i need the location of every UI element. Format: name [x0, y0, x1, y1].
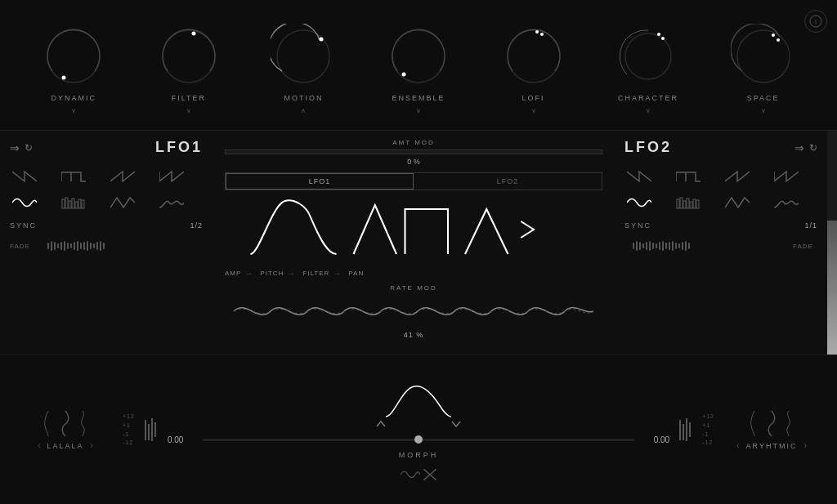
ensemble-label: ENSEMBLE	[392, 94, 445, 102]
svg-point-17	[772, 33, 775, 37]
lfo2-level-bar	[827, 131, 837, 355]
rate-mod-display	[225, 295, 602, 328]
motion-label: MOTION	[284, 94, 323, 102]
lfo2-saw-up-btn[interactable]	[723, 167, 752, 185]
right-preset-group: ‹ ARYHTMIC ›	[723, 409, 821, 450]
lfo2-sine-btn[interactable]	[624, 194, 654, 212]
lfo1-sine-btn[interactable]	[10, 194, 39, 212]
space-knob[interactable]	[731, 24, 796, 89]
lfo2-custom-btn[interactable]	[772, 194, 801, 212]
svg-rect-46	[683, 201, 686, 208]
lfo2-reverse-saw-btn[interactable]	[772, 167, 801, 185]
svg-point-9	[401, 73, 405, 77]
lfo2-step-btn[interactable]	[674, 194, 703, 212]
routing-amp[interactable]: AMP →	[225, 269, 253, 278]
svg-rect-52	[636, 241, 638, 251]
left-preset-shapes	[41, 409, 90, 438]
lfo2-saw-down-btn[interactable]	[624, 167, 654, 185]
left-preset-prev[interactable]: ‹	[38, 441, 40, 450]
morph-up-arrow[interactable]	[376, 419, 386, 429]
routing-pitch[interactable]: PITCH →	[260, 269, 296, 278]
left-minus1: -1	[123, 430, 129, 439]
filter-knob[interactable]	[156, 24, 222, 89]
routing-pan[interactable]: PAN	[348, 270, 364, 277]
lfo2-triangle-btn[interactable]	[723, 194, 752, 212]
left-shape-2	[58, 409, 73, 438]
amt-mod-bar[interactable]	[225, 149, 602, 154]
left-plus12: +12	[123, 413, 135, 421]
morph-thumb[interactable]	[414, 435, 423, 444]
lfo2-wave-shapes-row2	[624, 194, 817, 212]
svg-rect-64	[675, 243, 677, 249]
morph-track[interactable]	[203, 439, 634, 441]
morph-waveform	[369, 380, 468, 421]
right-minus12: -12	[702, 439, 713, 447]
lfo1-custom-btn[interactable]	[157, 194, 186, 212]
routing-amp-label: AMP	[225, 270, 241, 277]
lfo1-square-btn[interactable]	[59, 167, 88, 185]
lfo2-square-btn[interactable]	[674, 167, 703, 185]
svg-rect-31	[64, 241, 65, 251]
lfo1-saw-down-btn[interactable]	[10, 167, 39, 185]
right-preset-nav: ‹ ARYHTMIC ›	[736, 441, 807, 450]
right-preset-next[interactable]: ›	[803, 441, 806, 450]
lfo1-top-row: ⇒ ↻ LFO1	[10, 139, 203, 156]
space-knob-group: SPACE ∨	[731, 24, 796, 114]
lofi-knob-group: LOFI ∨	[501, 24, 566, 114]
svg-point-12	[540, 33, 544, 36]
right-preset-prev[interactable]: ‹	[736, 441, 739, 450]
svg-rect-76	[683, 424, 684, 440]
svg-rect-36	[80, 243, 82, 249]
lfo1-saw-up-btn[interactable]	[108, 167, 137, 185]
morph-down-arrow[interactable]	[451, 419, 461, 429]
svg-point-5	[191, 32, 195, 36]
lfo1-step-btn[interactable]	[59, 194, 88, 212]
rate-mod-section: RATE MOD 41 %	[225, 284, 602, 339]
morph-bottom-icons	[401, 469, 436, 480]
routing-filter[interactable]: FILTER →	[302, 269, 342, 278]
character-knob-group: CHARACTER ∨	[615, 24, 681, 114]
svg-rect-34	[74, 242, 75, 250]
tab-lfo1[interactable]: LFO1	[226, 173, 414, 190]
svg-rect-77	[686, 418, 687, 441]
tab-lfo2[interactable]: LFO2	[414, 173, 602, 190]
morph-cross-icon	[423, 469, 436, 480]
routing-pitch-label: PITCH	[260, 270, 284, 277]
dynamic-label: DYNAMIC	[51, 94, 97, 102]
character-chevron: ∨	[646, 107, 651, 114]
svg-rect-45	[680, 198, 683, 208]
lfo1-cycle-icon[interactable]: ↻	[25, 142, 33, 154]
routing-amp-arrow: →	[244, 269, 253, 278]
svg-rect-59	[659, 242, 660, 250]
lfo1-sync-value[interactable]: 1/2	[190, 221, 203, 230]
svg-point-2	[47, 30, 100, 83]
lfo1-triangle-btn[interactable]	[108, 194, 137, 212]
right-plus1: +1	[702, 421, 710, 430]
info-button[interactable]: i	[804, 10, 827, 33]
svg-rect-39	[90, 243, 92, 249]
amt-mod-value: 0 %	[407, 158, 420, 166]
svg-rect-66	[682, 242, 683, 250]
right-preset-shapes	[747, 409, 796, 438]
svg-rect-41	[96, 242, 98, 250]
lfo1-arrow-icon[interactable]: ⇒	[10, 141, 20, 154]
morph-slider-container: 0.00 0.00	[168, 435, 669, 444]
svg-rect-21	[69, 201, 71, 208]
lfo2-sync-value[interactable]: 1/1	[804, 221, 817, 230]
left-preset-next[interactable]: ›	[91, 441, 93, 450]
routing-pan-label: PAN	[348, 270, 364, 277]
ensemble-knob[interactable]	[386, 24, 451, 89]
lfo2-cycle-icon[interactable]: ↻	[809, 142, 817, 154]
routing-filter-arrow: →	[333, 269, 342, 278]
dynamic-knob[interactable]	[41, 24, 106, 89]
svg-point-15	[661, 37, 665, 40]
svg-rect-25	[82, 200, 84, 208]
lfo2-top-row: LFO2 ⇒ ↻	[624, 139, 817, 156]
motion-knob[interactable]	[271, 24, 336, 89]
lfo2-arrow-icon[interactable]: ⇒	[794, 141, 804, 154]
lfo1-reverse-saw-btn[interactable]	[157, 167, 186, 185]
character-knob[interactable]	[615, 24, 681, 89]
lofi-knob[interactable]	[501, 24, 566, 89]
svg-rect-33	[70, 243, 72, 248]
svg-rect-56	[649, 241, 651, 251]
